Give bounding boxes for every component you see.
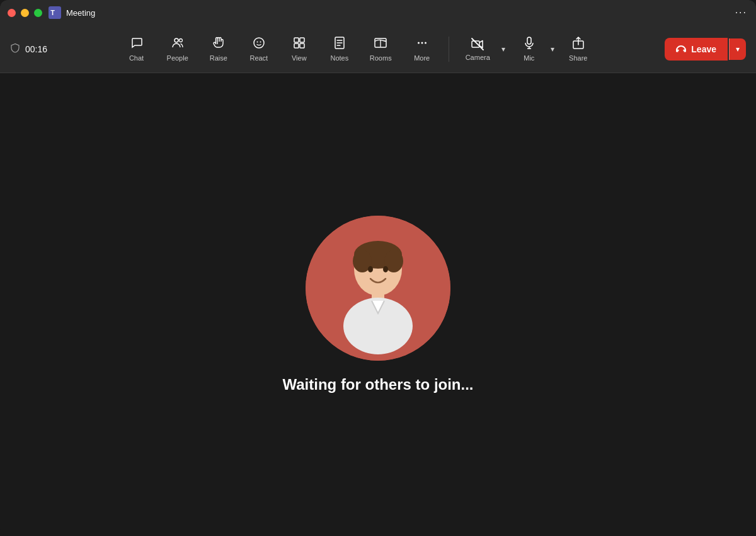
people-icon	[171, 36, 185, 52]
avatar-image	[306, 216, 450, 361]
leave-label: Leave	[691, 44, 716, 54]
svg-point-3	[179, 39, 182, 42]
mic-button[interactable]: Mic	[510, 31, 548, 67]
react-label: React	[249, 54, 268, 62]
main-content: Waiting for others to join...	[0, 73, 756, 536]
svg-point-29	[368, 266, 373, 272]
chat-label: Chat	[129, 54, 144, 62]
more-button[interactable]: More	[403, 31, 441, 67]
raise-label: Raise	[210, 54, 227, 62]
chat-button[interactable]: Chat	[118, 31, 156, 67]
view-icon	[292, 36, 306, 52]
svg-rect-10	[300, 44, 304, 48]
camera-chevron-button[interactable]: ▾	[499, 42, 508, 56]
svg-rect-8	[300, 38, 304, 42]
phone-end-icon	[676, 44, 686, 54]
rooms-button[interactable]: Rooms	[361, 31, 401, 67]
svg-line-17	[472, 38, 483, 50]
waiting-text: Waiting for others to join...	[282, 376, 473, 393]
svg-point-13	[418, 42, 420, 44]
toolbar: 00:16 Chat People	[0, 25, 756, 73]
view-button[interactable]: View	[280, 31, 318, 67]
view-label: View	[292, 54, 307, 62]
maximize-button[interactable]	[34, 9, 42, 17]
leave-button[interactable]: Leave	[665, 38, 728, 61]
chat-icon	[130, 36, 144, 52]
toolbar-divider	[449, 37, 449, 62]
traffic-lights	[8, 9, 42, 17]
svg-point-14	[421, 42, 423, 44]
rooms-label: Rooms	[370, 54, 392, 62]
rooms-icon	[374, 36, 387, 52]
raise-button[interactable]: Raise	[200, 31, 238, 67]
close-button[interactable]	[8, 9, 16, 17]
camera-group: Camera ▾	[457, 32, 508, 66]
svg-point-15	[425, 42, 427, 44]
notes-button[interactable]: Notes	[321, 31, 358, 67]
camera-off-icon	[471, 37, 484, 51]
leave-chevron-button[interactable]: ▾	[729, 38, 746, 60]
avatar	[306, 216, 450, 361]
more-label: More	[414, 54, 430, 62]
more-options-button[interactable]: ···	[735, 7, 747, 18]
svg-rect-7	[294, 38, 299, 42]
people-button[interactable]: People	[158, 31, 197, 67]
toolbar-controls: Chat People Raise	[60, 31, 655, 67]
svg-point-6	[260, 42, 261, 43]
leave-section: Leave ▾	[665, 38, 746, 61]
app-title: Meeting	[66, 8, 95, 18]
mic-chevron-button[interactable]: ▾	[548, 42, 557, 56]
notes-icon	[333, 36, 346, 52]
raise-hand-icon	[212, 36, 226, 52]
svg-rect-9	[294, 44, 299, 48]
svg-text:T: T	[50, 9, 55, 16]
title-bar: T Meeting ···	[0, 0, 756, 25]
minimize-button[interactable]	[21, 9, 29, 17]
share-icon	[571, 36, 585, 52]
share-label: Share	[569, 54, 587, 62]
mic-icon	[522, 36, 536, 52]
shield-icon	[10, 43, 20, 55]
teams-logo-icon: T	[49, 6, 61, 19]
call-timer: 00:16	[25, 44, 47, 54]
more-icon	[415, 36, 429, 52]
svg-point-2	[175, 38, 178, 42]
react-button[interactable]: React	[240, 31, 278, 67]
people-label: People	[167, 54, 188, 62]
camera-label: Camera	[466, 54, 490, 61]
share-button[interactable]: Share	[559, 31, 597, 67]
svg-point-30	[383, 266, 388, 272]
react-icon	[252, 36, 266, 52]
svg-point-5	[256, 42, 258, 43]
svg-point-4	[254, 38, 264, 48]
timer-section: 00:16	[10, 43, 47, 55]
notes-label: Notes	[330, 54, 348, 62]
mic-label: Mic	[524, 54, 534, 62]
mic-group: Mic ▾	[510, 31, 557, 67]
svg-rect-18	[527, 37, 531, 44]
camera-button[interactable]: Camera	[457, 32, 499, 66]
